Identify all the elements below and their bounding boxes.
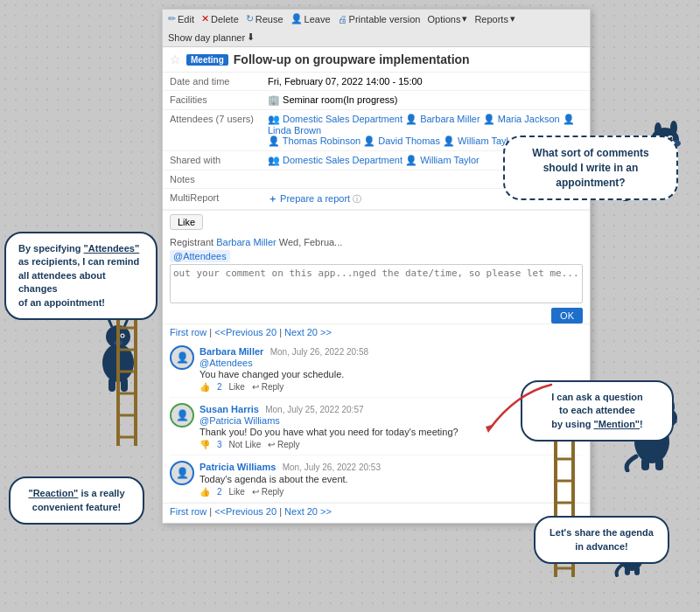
- reuse-button[interactable]: ↻ Reuse: [246, 13, 284, 24]
- user-icon-1: 👤: [405, 114, 417, 124]
- comment-author: Barbara Miller: [200, 346, 263, 357]
- comment-date: Mon, July 26, 2022 20:58: [270, 347, 368, 357]
- shared-dept[interactable]: Domestic Sales Department: [283, 155, 402, 165]
- registrant-line: Registrant Barbara Miller Wed, Februa...: [170, 237, 583, 247]
- comment-mention: @Attendees: [200, 358, 583, 368]
- reply-button[interactable]: ↩ Reply: [252, 382, 284, 392]
- user-icon-4: 👤: [268, 136, 280, 146]
- facilities-label: Facilities: [163, 91, 261, 110]
- actions-row: Like: [163, 210, 590, 233]
- leave-button[interactable]: 👤 Leave: [290, 13, 331, 24]
- registrant-name[interactable]: Barbara Miller: [216, 237, 276, 247]
- like-icon: 👍: [200, 487, 210, 497]
- next-link[interactable]: Next 20 >>: [284, 327, 332, 337]
- edit-button[interactable]: ✏ Edit: [168, 13, 194, 24]
- svg-rect-35: [634, 567, 640, 575]
- date-row: Date and time Fri, February 07, 2022 14:…: [163, 73, 590, 91]
- dept-icon: 👥: [268, 114, 280, 124]
- reply-button[interactable]: ↩ Reply: [268, 440, 299, 449]
- comment-input[interactable]: [170, 264, 583, 303]
- like-icon: 👍: [200, 382, 210, 392]
- pagination-top: First row | <<Previous 20 | Next 20 >>: [163, 323, 590, 340]
- comment-date: Mon, July 26, 2022 20:53: [283, 462, 381, 472]
- options-button[interactable]: Options▾: [427, 13, 467, 24]
- avatar: 👤: [170, 345, 194, 370]
- bubble-reaction: "Reaction" is a reallyconvenient feature…: [9, 476, 144, 525]
- edit-icon: ✏: [168, 13, 176, 24]
- avatar: 👤: [170, 461, 194, 485]
- title-row: ☆ Meeting Follow-up on groupware impleme…: [163, 47, 590, 73]
- next-link-bottom[interactable]: Next 20 >>: [284, 506, 332, 517]
- user-icon-6: 👤: [443, 136, 455, 146]
- shared-label: Shared with: [163, 151, 261, 170]
- comment-submit-button[interactable]: OK: [551, 308, 583, 323]
- leave-icon: 👤: [290, 13, 303, 24]
- attendee-2[interactable]: Maria Jackson: [498, 114, 560, 124]
- prepare-report-link[interactable]: Prepare a report: [280, 193, 350, 204]
- comment-reactions: 👎 3 Not Like ↩ Reply: [200, 440, 583, 449]
- comment-author: Patricia Williams: [200, 462, 276, 472]
- comment-area: Registrant Barbara Miller Wed, Februa...…: [163, 233, 590, 310]
- multireport-label: MultiReport: [163, 189, 261, 210]
- first-row-link[interactable]: First row: [170, 327, 206, 337]
- show-day-planner-button[interactable]: Show day planner⬇: [168, 31, 255, 43]
- notlike-icon: 👎: [200, 440, 210, 449]
- attendee-5[interactable]: David Thomas: [378, 136, 440, 146]
- mention-tag[interactable]: @Attendees: [170, 250, 230, 262]
- star-icon[interactable]: ☆: [170, 52, 181, 66]
- comment-date: Mon, July 25, 2022 20:57: [265, 405, 363, 414]
- facility-icon: 🏢: [268, 94, 280, 105]
- bubble-agenda: Let's share the agendain advance!: [534, 516, 669, 564]
- comment-text: Today's agenda is about the event.: [200, 474, 583, 484]
- info-icon: ⓘ: [353, 194, 361, 204]
- date-label: Date and time: [163, 73, 261, 91]
- comment-author: Susan Harris: [200, 404, 259, 414]
- event-title: Follow-up on groupware implementation: [234, 52, 470, 66]
- reply-button[interactable]: ↩ Reply: [252, 487, 284, 497]
- pagination-bottom: First row | <<Previous 20 | Next 20 >>: [163, 503, 590, 519]
- attendee-4[interactable]: Thomas Robinson: [283, 136, 360, 146]
- toolbar: ✏ Edit ✕ Delete ↻ Reuse 👤 Leave 🖨 Printa…: [163, 10, 590, 47]
- facilities-row: Facilities 🏢 Seminar room(In progress): [163, 91, 590, 110]
- prev-link-bottom[interactable]: <<Previous 20: [214, 506, 276, 517]
- bubble-attendees: By specifying "Attendees"as recipients, …: [4, 232, 158, 320]
- reports-button[interactable]: Reports▾: [474, 13, 515, 24]
- user-icon-5: 👤: [363, 136, 375, 146]
- like-button[interactable]: Like: [170, 214, 203, 230]
- avatar: 👤: [170, 403, 194, 428]
- user-icon-3: 👤: [563, 114, 575, 124]
- prepare-plus-icon: ＋: [268, 193, 277, 204]
- main-card: ✏ Edit ✕ Delete ↻ Reuse 👤 Leave 🖨 Printa…: [162, 9, 591, 524]
- comment-reactions: 👍 2 Like ↩ Reply: [200, 487, 583, 497]
- attendee-3[interactable]: Linda Brown: [268, 125, 321, 136]
- first-row-link-bottom[interactable]: First row: [170, 506, 206, 517]
- like-reaction-button[interactable]: Like: [229, 487, 245, 497]
- delete-button[interactable]: ✕ Delete: [201, 13, 239, 24]
- delete-icon: ✕: [201, 13, 209, 24]
- print-button[interactable]: 🖨 Printable version: [338, 14, 421, 24]
- facility-value: 🏢 Seminar room(In progress): [261, 91, 590, 110]
- comment-item: 👤 Patricia Williams Mon, July 26, 2022 2…: [170, 456, 583, 503]
- attendees-label: Attendees (7 users): [163, 110, 261, 151]
- svg-point-3: [670, 121, 677, 135]
- shared-user[interactable]: William Taylor: [420, 155, 480, 165]
- attendee-1[interactable]: Barbara Miller: [420, 114, 480, 124]
- svg-rect-34: [625, 567, 630, 575]
- bubble-mention: I can ask a questionto each attendeeby u…: [521, 380, 674, 442]
- shared-dept-icon: 👥: [268, 155, 280, 165]
- user-icon-2: 👤: [483, 114, 495, 124]
- attendee-dept[interactable]: Domestic Sales Department: [283, 114, 402, 124]
- svg-rect-25: [641, 458, 649, 470]
- comment-item: 👤 Barbara Miller Mon, July 26, 2022 20:5…: [170, 340, 583, 398]
- prev-link[interactable]: <<Previous 20: [214, 327, 276, 337]
- bubble-question: What sort of comments should I write in …: [503, 136, 678, 200]
- shared-user-icon: 👤: [405, 155, 417, 165]
- notlike-reaction-button[interactable]: Not Like: [229, 440, 262, 449]
- date-value: Fri, February 07, 2022 14:00 - 15:00: [261, 73, 590, 91]
- like-reaction-button[interactable]: Like: [229, 382, 245, 392]
- comment-text: You have changed your schedule.: [200, 369, 583, 379]
- svg-rect-26: [655, 458, 663, 470]
- reuse-icon: ↻: [246, 13, 254, 24]
- meeting-badge: Meeting: [186, 54, 228, 66]
- notes-label: Notes: [163, 170, 261, 189]
